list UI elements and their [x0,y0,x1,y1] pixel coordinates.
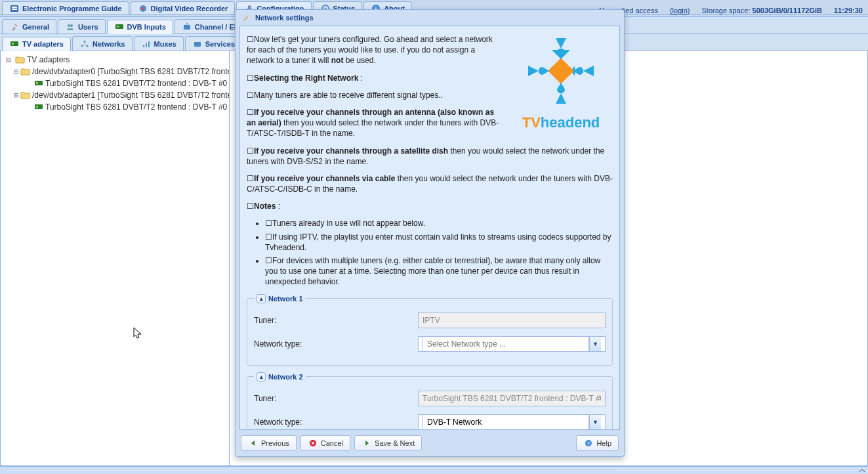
svg-point-9 [68,24,70,27]
card-icon [9,39,20,49]
svg-marker-30 [528,66,539,76]
signal-icon [141,39,152,49]
svg-rect-15 [12,43,14,45]
network-type-input[interactable] [423,414,589,430]
collapse-toggle[interactable]: ▴ [257,294,266,303]
storage-label: Storage space: 5003GiB/0/11172GiB [696,7,827,14]
chevron-down-icon[interactable]: ▼ [589,415,601,429]
tab-tv-adapters-label: TV adapters [22,40,64,48]
adapter-tree-panel: ⊟ TV adapters ⊟ /dev/dvb/adapter0 [Turbo… [0,51,230,466]
arrow-right-icon [362,438,372,448]
svg-rect-33 [548,58,574,84]
network-type-input[interactable] [423,336,589,352]
tree-adapter0-tuner-label: TurboSight TBS 6281 DVBT/T2 frontend : D… [45,79,227,88]
svg-rect-19 [143,45,144,47]
tab-services[interactable]: Services [185,36,242,51]
tab-users[interactable]: Users [58,19,106,33]
cancel-button[interactable]: Cancel [300,435,350,451]
tab-tv-adapters[interactable]: TV adapters [2,37,71,51]
epg-icon [9,3,20,14]
tree-adapter0-tuner[interactable]: TurboSight TBS 6281 DVBT/T2 frontend : D… [23,77,228,89]
save-next-button[interactable]: Save & Next [354,435,422,451]
tab-general[interactable]: General [2,19,56,33]
brand-text: TVheadend [509,114,613,131]
tree-root-label: TV adapters [27,55,70,64]
svg-rect-14 [10,41,18,46]
collapse-icon[interactable]: ⊟ [14,66,19,77]
tuner-label: Tuner: [254,316,418,325]
network-type-select[interactable]: ▼ [418,336,606,352]
svg-marker-27 [556,38,566,49]
svg-point-4 [142,7,144,10]
tuner-input [418,391,606,406]
svg-rect-21 [148,41,150,47]
collapse-icon[interactable]: ⊟ [3,54,14,65]
tree-adapter0[interactable]: ⊟ /dev/dvb/adapter0 [TurboSight TBS 6281… [12,66,228,77]
cancel-icon [308,438,318,448]
wand-icon [241,12,251,23]
tree-root[interactable]: ⊟ TV adapters [2,54,228,66]
tab-muxes[interactable]: Muxes [134,36,184,51]
tuner-input [418,312,606,328]
clock: 11:29:30 [829,7,868,14]
tuner-label: Tuner: [254,394,418,403]
svg-rect-12 [117,26,119,28]
svg-rect-22 [194,42,201,47]
tree-adapter1-tuner[interactable]: TurboSight TBS 6281 DVBT/T2 frontend : D… [23,101,228,113]
expand-icon[interactable] [858,467,867,474]
tree-adapter1-tuner-label: TurboSight TBS 6281 DVBT/T2 frontend : D… [45,102,227,112]
svg-rect-20 [146,43,147,47]
svg-rect-1 [12,7,17,8]
svg-rect-13 [184,25,190,30]
arrow-left-icon [248,438,258,448]
svg-rect-11 [115,24,123,29]
dialog-title-bar: Network settings [236,10,624,26]
network-icon [79,39,90,49]
cable-paragraph: ☐If you receive your channels via cable … [247,173,613,194]
tab-users-label: Users [78,23,98,31]
folder-open-icon [15,54,26,65]
help-icon: ? [583,438,594,448]
status-bar [0,466,868,474]
tab-dvr-label: Digital Video Recorder [151,5,228,12]
chevron-down-icon[interactable]: ▼ [589,337,601,351]
storage-value: 5003GiB/0/11172GiB [753,7,822,14]
collapse-icon[interactable]: ⊟ [14,90,19,100]
folder-open-icon [20,66,31,77]
tab-dvr[interactable]: Digital Video Recorder [131,1,236,14]
tree-adapter1[interactable]: ⊟ /dev/dvb/adapter1 [TurboSight TBS 6281… [12,89,228,101]
svg-text:?: ? [587,441,590,446]
dialog-body: TVheadend ☐Now let's get your tuners con… [239,26,620,430]
note-item: ☐Tuners already in use will not appear b… [265,218,613,228]
svg-rect-24 [36,82,38,84]
svg-marker-28 [583,66,594,76]
satellite-paragraph: ☐If you receive your channels through a … [247,146,613,167]
tab-networks-label: Networks [93,40,125,48]
note-item: ☐For devices with multiple tuners (e.g. … [265,255,613,288]
tab-epg[interactable]: Electronic Programme Guide [2,1,129,14]
fieldset-network-1: ▴ Network 1 Tuner: Network type: ▼ [247,294,613,366]
fieldset-network-2: ▴ Network 2 Tuner: Network type: ▼ [247,372,613,430]
svg-point-10 [70,24,73,27]
tab-dvb-inputs-label: DVB Inputs [127,23,166,31]
svg-rect-23 [35,81,43,85]
collapse-toggle[interactable]: ▴ [257,372,266,381]
network-settings-dialog: Network settings [235,9,625,457]
card-icon [33,102,44,112]
tv-icon [182,22,192,32]
tree-adapter0-label: /dev/dvb/adapter0 [TurboSight TBS 6281 D… [32,67,230,76]
svg-rect-25 [35,104,43,109]
login-link[interactable]: (login) [665,7,695,14]
tab-networks[interactable]: Networks [72,36,133,51]
previous-button[interactable]: Previous [241,435,297,451]
card-icon [33,78,44,89]
svg-rect-2 [12,9,17,10]
network-type-select[interactable]: ▼ [418,414,606,430]
svg-rect-26 [36,106,38,108]
dialog-footer: Previous Cancel Save & Next ? Help [236,430,624,456]
svg-marker-29 [556,93,566,104]
tab-muxes-label: Muxes [154,40,176,48]
tab-epg-label: Electronic Programme Guide [22,5,122,12]
tab-dvb-inputs[interactable]: DVB Inputs [107,20,173,34]
help-button[interactable]: ? Help [576,435,619,451]
